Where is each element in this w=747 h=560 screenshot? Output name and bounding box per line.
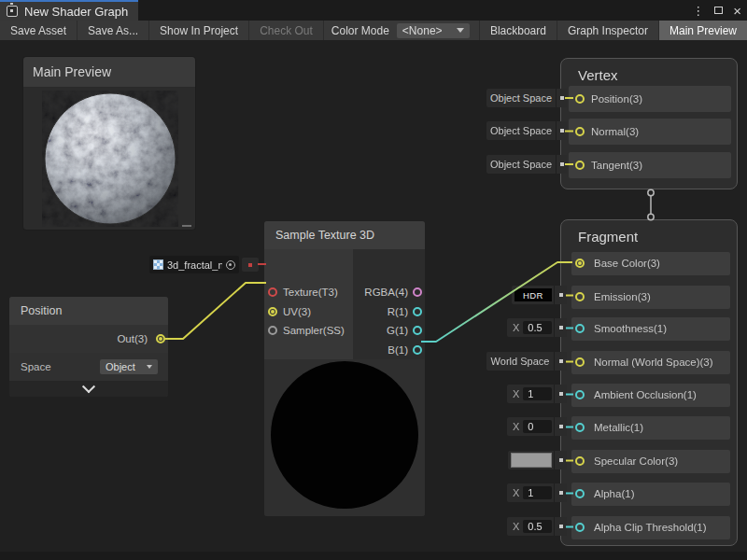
base-color-input-port[interactable] bbox=[575, 259, 585, 268]
ambient-occlusion-value-field[interactable]: X 1 bbox=[507, 385, 567, 403]
alpha-clip-input-port[interactable] bbox=[575, 523, 585, 532]
tab-title: New Shader Graph bbox=[24, 5, 128, 19]
emission-input-port[interactable] bbox=[575, 292, 585, 301]
g-output-port[interactable] bbox=[413, 326, 422, 335]
normal-input-port[interactable] bbox=[575, 127, 585, 136]
normal-space-badge-ws[interactable]: World Space bbox=[486, 352, 567, 371]
metallic-input-port[interactable] bbox=[575, 423, 585, 432]
fragment-row-alpha: Alpha(1) bbox=[571, 483, 730, 506]
object-picker-icon[interactable] bbox=[226, 260, 235, 270]
port-label: Specular Color(3) bbox=[594, 455, 678, 467]
space-label: Space bbox=[21, 361, 51, 372]
connector-dot bbox=[554, 451, 567, 469]
smoothness-input-port[interactable] bbox=[575, 324, 585, 333]
rgba-output-port[interactable] bbox=[413, 287, 422, 297]
alpha-clip-value-field[interactable]: X 0.5 bbox=[507, 517, 567, 536]
maximize-icon[interactable] bbox=[714, 7, 723, 14]
port-label: Sampler(SS) bbox=[283, 325, 345, 336]
b-output-port[interactable] bbox=[413, 345, 422, 355]
vertex-row-tangent: Tangent(3) bbox=[569, 152, 731, 178]
color-mode-dropdown[interactable]: <None> bbox=[397, 23, 470, 38]
alpha-value-field[interactable]: X 1 bbox=[507, 483, 567, 502]
uv-input-port[interactable] bbox=[268, 307, 277, 316]
position-node[interactable]: Position Out(3) Space Object bbox=[9, 297, 168, 397]
connector-dot bbox=[556, 155, 567, 174]
fragment-row-smoothness: Smoothness(1) bbox=[571, 317, 730, 341]
float-input[interactable]: 0.5 bbox=[523, 520, 552, 533]
position-input-port[interactable] bbox=[575, 94, 585, 104]
port-label: Alpha Clip Threshold(1) bbox=[594, 522, 707, 533]
connector-dot bbox=[554, 517, 567, 536]
connector-dot bbox=[554, 417, 567, 436]
fragment-node[interactable]: Fragment Base Color(3) Emission(3) Smoot… bbox=[560, 219, 738, 546]
r-output-port[interactable] bbox=[413, 307, 422, 316]
resize-grip[interactable] bbox=[182, 225, 191, 227]
position-space-badge[interactable]: Object Space bbox=[486, 89, 567, 107]
emission-hdr-color-field[interactable]: HDR bbox=[512, 286, 567, 304]
vertex-node-title: Vertex bbox=[578, 67, 618, 83]
space-badge-label: Object Space bbox=[486, 125, 556, 136]
vertex-row-position: Position(3) bbox=[569, 86, 731, 112]
float-input[interactable]: 0 bbox=[523, 420, 552, 433]
main-preview-header[interactable]: Main Preview bbox=[23, 57, 195, 88]
position-node-title[interactable]: Position bbox=[9, 297, 168, 326]
close-icon[interactable]: × bbox=[733, 4, 741, 18]
float-input[interactable]: 1 bbox=[523, 387, 552, 400]
preview-sphere bbox=[42, 91, 178, 227]
connector-dot bbox=[554, 318, 567, 337]
normal-ws-input-port[interactable] bbox=[575, 357, 585, 367]
fragment-row-alpha-clip: Alpha Clip Threshold(1) bbox=[571, 516, 730, 539]
specular-color-input-port[interactable] bbox=[575, 456, 585, 466]
metallic-value-field[interactable]: X 0 bbox=[507, 417, 567, 436]
fragment-row-ambient-occlusion: Ambient Occlusion(1) bbox=[571, 384, 730, 407]
float-input[interactable]: 0.5 bbox=[523, 321, 552, 334]
connector-dot bbox=[554, 352, 567, 371]
texture-input-port[interactable] bbox=[268, 287, 277, 297]
sampler-input-port[interactable] bbox=[268, 326, 277, 335]
show-in-project-button[interactable]: Show In Project bbox=[149, 21, 249, 40]
port-label: RGBA(4) bbox=[364, 287, 408, 298]
tab-bar: New Shader Graph ⋮ × bbox=[0, 0, 747, 21]
port-label: R(1) bbox=[388, 306, 408, 317]
ambient-occlusion-input-port[interactable] bbox=[575, 390, 585, 399]
kebab-menu-icon[interactable]: ⋮ bbox=[692, 5, 704, 17]
out-output-port[interactable] bbox=[156, 334, 165, 343]
vertex-row-normal: Normal(3) bbox=[569, 119, 731, 145]
graph-inspector-toggle-button[interactable]: Graph Inspector bbox=[557, 21, 658, 40]
alpha-input-port[interactable] bbox=[575, 489, 585, 498]
sample-node-title[interactable]: Sample Texture 3D bbox=[264, 221, 425, 250]
tangent-space-badge[interactable]: Object Space bbox=[486, 155, 567, 174]
texture-object-field[interactable]: 3d_fractal_n bbox=[149, 256, 239, 273]
port-label: Base Color(3) bbox=[594, 258, 660, 269]
specular-color-field[interactable] bbox=[508, 451, 567, 469]
color-swatch[interactable] bbox=[511, 453, 552, 468]
normal-space-badge[interactable]: Object Space bbox=[486, 121, 567, 140]
port-label: Alpha(1) bbox=[594, 488, 634, 499]
toolbar: Save Asset Save As... Show In Project Ch… bbox=[0, 21, 747, 40]
tab-new-shader-graph[interactable]: New Shader Graph bbox=[0, 0, 138, 21]
main-preview-toggle-button[interactable]: Main Preview bbox=[658, 21, 747, 40]
space-dropdown[interactable]: Object bbox=[100, 359, 158, 374]
tangent-input-port[interactable] bbox=[575, 161, 585, 170]
node-title-label: Position bbox=[21, 304, 62, 317]
main-preview-title: Main Preview bbox=[33, 64, 111, 79]
node-title-label: Sample Texture 3D bbox=[275, 229, 374, 242]
vertex-node[interactable]: Vertex Position(3) Normal(3) Tangent(3) bbox=[560, 58, 738, 189]
chevron-down-icon bbox=[147, 365, 152, 369]
x-component-label: X bbox=[507, 322, 521, 333]
float-input[interactable]: 1 bbox=[523, 486, 552, 499]
main-preview-window: Main Preview bbox=[22, 56, 196, 231]
save-as-button[interactable]: Save As... bbox=[78, 21, 149, 40]
port-label: Smoothness(1) bbox=[594, 323, 667, 334]
shader-graph-asset-icon bbox=[7, 6, 18, 17]
hdr-color-swatch[interactable]: HDR bbox=[514, 288, 552, 301]
save-asset-button[interactable]: Save Asset bbox=[0, 21, 78, 40]
sample-texture-3d-node[interactable]: Sample Texture 3D Texture(T3) UV(3) Samp… bbox=[264, 221, 425, 516]
position-collapse-bar[interactable] bbox=[9, 381, 168, 397]
smoothness-value-field[interactable]: X 0.5 bbox=[507, 318, 567, 337]
space-badge-label: Object Space bbox=[486, 92, 556, 104]
sample-preview-sphere bbox=[271, 361, 418, 509]
fragment-row-emission: Emission(3) bbox=[571, 286, 730, 309]
blackboard-toggle-button[interactable]: Blackboard bbox=[479, 21, 557, 40]
shader-graph-window: New Shader Graph ⋮ × Save Asset Save As.… bbox=[0, 0, 747, 560]
